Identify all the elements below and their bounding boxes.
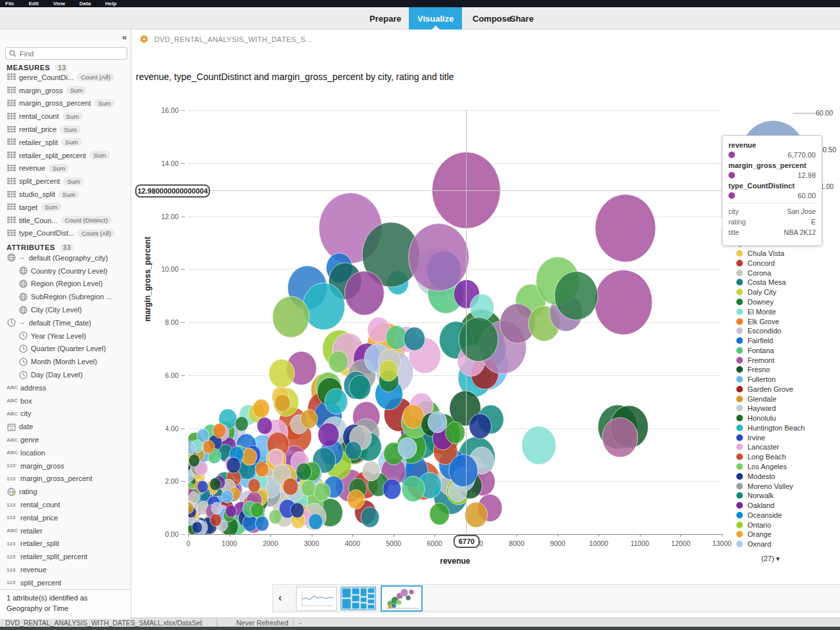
bubble[interactable] xyxy=(595,194,656,262)
bubble[interactable] xyxy=(189,492,200,503)
bubble[interactable] xyxy=(308,514,322,530)
bubble[interactable] xyxy=(253,399,269,417)
tab-visualize[interactable]: Visualize xyxy=(409,7,462,30)
bubble[interactable] xyxy=(274,394,290,412)
aggregation-chip[interactable]: Sum xyxy=(62,112,83,121)
bubble[interactable] xyxy=(325,388,348,414)
legend-item[interactable]: Orange xyxy=(736,530,835,539)
measure-item[interactable]: title_Coun...Count (Distinct) xyxy=(7,214,130,227)
measure-item[interactable]: studio_splitSum xyxy=(7,188,130,201)
bubble[interactable] xyxy=(318,423,339,446)
attribute-item[interactable]: 123retailer_split xyxy=(7,537,130,551)
aggregation-chip[interactable]: Sum xyxy=(58,190,79,199)
legend-item[interactable]: Moreno Valley xyxy=(736,481,835,491)
legend-item[interactable]: Daly City xyxy=(736,287,835,297)
aggregation-chip[interactable]: Sum xyxy=(41,203,62,211)
bubble[interactable] xyxy=(257,417,272,434)
measure-item[interactable]: revenueSum xyxy=(7,162,130,175)
measure-item[interactable]: type_CountDist...Count (All) xyxy=(7,227,130,240)
measure-item[interactable]: genre_CountDi...Count (All) xyxy=(7,71,130,84)
measure-item[interactable]: rental_countSum xyxy=(7,110,130,123)
bubble[interactable] xyxy=(362,461,380,481)
aggregation-chip[interactable]: Count (Distinct) xyxy=(61,216,112,224)
bubble[interactable] xyxy=(522,427,556,465)
menu-data[interactable]: Data xyxy=(79,1,91,7)
legend-item[interactable]: El Monte xyxy=(736,306,835,316)
attribute-item[interactable]: −default (Geography_city) xyxy=(7,251,130,264)
bubble[interactable] xyxy=(379,360,398,381)
attribute-item[interactable]: ABCretailer xyxy=(7,524,130,537)
bubble[interactable] xyxy=(347,490,364,509)
attribute-item[interactable]: Day (Day Level) xyxy=(7,368,130,381)
aggregation-chip[interactable]: Count (All) xyxy=(77,229,115,238)
bubble[interactable] xyxy=(301,480,316,497)
bubble[interactable] xyxy=(409,224,469,291)
thumbnails-prev-button[interactable]: ‹ xyxy=(278,591,282,604)
legend-item[interactable]: Chula Vista xyxy=(736,249,835,259)
bubble[interactable] xyxy=(465,502,487,528)
bubble[interactable] xyxy=(250,503,264,518)
menu-file[interactable]: File xyxy=(5,1,14,7)
legend-item[interactable]: Ontario xyxy=(736,520,835,530)
legend-item[interactable]: Norwalk xyxy=(736,491,835,501)
legend-item[interactable]: Elk Grove xyxy=(736,316,835,326)
legend-item[interactable]: Modesto xyxy=(736,471,835,481)
attribute-item[interactable]: ABCgenre xyxy=(7,433,130,446)
aggregation-chip[interactable]: Sum xyxy=(63,177,84,186)
legend-item[interactable]: Fresno xyxy=(736,365,835,375)
bubble[interactable] xyxy=(255,516,268,532)
find-input[interactable] xyxy=(20,50,112,58)
bubble[interactable] xyxy=(345,442,362,460)
bubble[interactable] xyxy=(470,294,494,321)
bubble[interactable] xyxy=(402,476,425,501)
bubble[interactable] xyxy=(404,327,425,350)
thumbnail-treemap[interactable] xyxy=(341,587,376,610)
bubble[interactable] xyxy=(213,423,226,438)
collapse-panel-button[interactable]: « xyxy=(122,32,127,42)
legend-item[interactable]: Costa Mesa xyxy=(736,278,835,287)
menu-view[interactable]: View xyxy=(53,1,65,7)
attribute-item[interactable]: 123margin_gross xyxy=(7,459,130,472)
bubble[interactable] xyxy=(197,480,208,493)
bubble[interactable] xyxy=(383,479,401,499)
attribute-item[interactable]: ABCaddress xyxy=(7,381,130,394)
bubble[interactable] xyxy=(255,462,268,477)
bubble[interactable] xyxy=(222,490,234,503)
legend-item[interactable]: Fremont xyxy=(736,355,835,365)
aggregation-chip[interactable]: Sum xyxy=(60,125,81,134)
bubble[interactable] xyxy=(428,411,447,433)
measure-item[interactable]: targetSum xyxy=(7,201,130,214)
bubble[interactable] xyxy=(345,271,384,315)
attribute-item[interactable]: 123retailer_split_percent xyxy=(7,550,130,563)
attribute-item[interactable]: Month (Month Level) xyxy=(7,355,130,368)
dataset-header[interactable]: DVD_RENTAL_ANALYSIS_WITH_DATES_S... xyxy=(139,34,312,44)
bubble[interactable] xyxy=(361,507,379,527)
bubble[interactable] xyxy=(329,351,348,373)
measure-item[interactable]: margin_grossSum xyxy=(7,84,130,97)
bubble[interactable] xyxy=(272,297,309,338)
legend-item[interactable]: Long Beach xyxy=(736,452,835,462)
attribute-item[interactable]: SubRegion (Subregion ... xyxy=(7,290,130,303)
legend-item[interactable]: Los Angeles xyxy=(736,462,835,472)
bubble[interactable] xyxy=(269,510,282,524)
attribute-item[interactable]: 123rental_count xyxy=(7,498,130,511)
bubble[interactable] xyxy=(225,505,236,517)
collapse-toggle[interactable]: − xyxy=(19,319,26,327)
bubble[interactable] xyxy=(209,478,221,491)
bubble[interactable] xyxy=(349,375,371,400)
attribute-item[interactable]: ?rating xyxy=(7,485,130,498)
attribute-item[interactable]: ABCcity xyxy=(7,408,130,421)
attribute-item[interactable]: City (City Level) xyxy=(7,303,130,316)
attribute-item[interactable]: Year (Year Level) xyxy=(7,329,130,343)
legend-item[interactable]: Fontana xyxy=(736,345,835,355)
attribute-item[interactable]: 123split_percent xyxy=(7,576,130,589)
bubble[interactable] xyxy=(235,417,248,431)
legend-item[interactable]: Honolulu xyxy=(736,413,835,423)
bubble-plot[interactable] xyxy=(188,110,722,534)
bubble[interactable] xyxy=(291,503,304,518)
legend-item[interactable]: Irvine xyxy=(736,432,835,442)
aggregation-chip[interactable]: Sum xyxy=(94,99,115,108)
aggregation-chip[interactable]: Sum xyxy=(61,138,82,146)
attribute-item[interactable]: 14date xyxy=(7,420,130,433)
bubble[interactable] xyxy=(211,502,222,514)
